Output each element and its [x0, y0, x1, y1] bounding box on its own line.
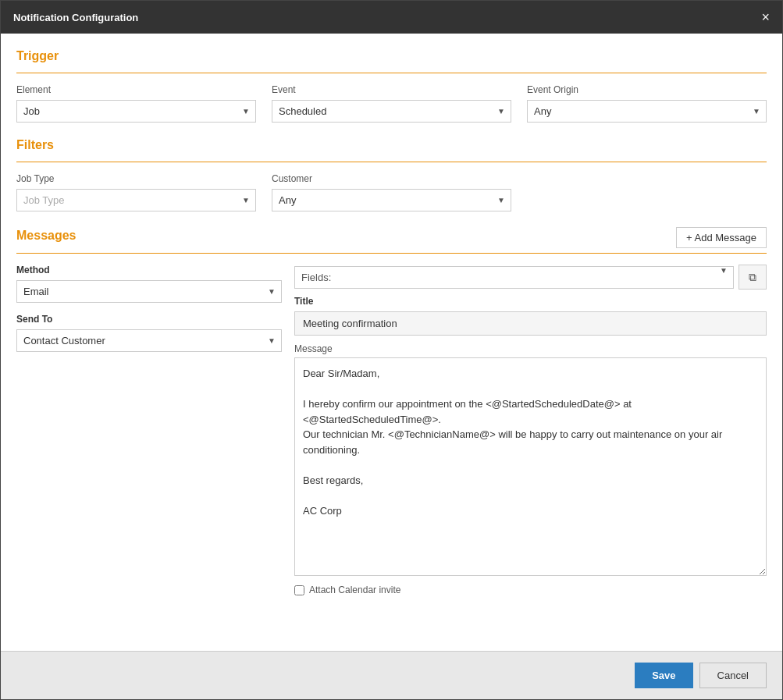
filters-divider	[16, 162, 767, 162]
fields-select[interactable]: Fields:	[294, 266, 734, 289]
fields-select-wrapper: Fields: ▼	[294, 266, 734, 289]
cancel-button[interactable]: Cancel	[699, 663, 767, 688]
copy-icon: ⧉	[749, 271, 756, 284]
element-label: Element	[16, 84, 256, 95]
method-select[interactable]: Email	[16, 280, 282, 303]
element-select-wrapper: Job ▼	[16, 100, 256, 123]
event-origin-label: Event Origin	[527, 84, 767, 95]
filters-header: Filters	[16, 138, 767, 157]
attach-calendar-row: Attach Calendar invite	[294, 585, 767, 595]
messages-left-panel: Method Email ▼ Send To Contact Customer …	[16, 265, 282, 595]
customer-field-group: Customer Any ▼	[272, 173, 511, 211]
customer-select[interactable]: Any	[272, 189, 511, 211]
event-label: Event	[272, 84, 511, 95]
send-to-select-wrapper: Contact Customer ▼	[16, 329, 282, 352]
event-origin-field-group: Event Origin Any ▼	[527, 84, 767, 123]
trigger-fields-row: Element Job ▼ Event Scheduled	[16, 84, 767, 123]
event-origin-select-wrapper: Any ▼	[527, 100, 767, 123]
modal-body: Trigger Element Job ▼ Event	[1, 34, 782, 651]
fields-row: Fields: ▼ ⧉	[294, 265, 767, 290]
customer-label: Customer	[272, 173, 511, 184]
copy-button[interactable]: ⧉	[739, 265, 767, 290]
messages-title: Messages	[16, 229, 77, 243]
modal-title: Notification Configuration	[13, 12, 138, 23]
event-select[interactable]: Scheduled	[272, 100, 511, 123]
modal-dialog: Notification Configuration × Trigger Ele…	[0, 0, 783, 700]
save-button[interactable]: Save	[635, 663, 692, 688]
add-message-button[interactable]: + Add Message	[676, 227, 767, 248]
method-panel-label: Method	[16, 265, 282, 275]
event-select-wrapper: Scheduled ▼	[272, 100, 511, 123]
job-type-label: Job Type	[16, 173, 256, 184]
message-textarea[interactable]: Dear Sir/Madam, I hereby confirm our app…	[294, 357, 767, 576]
title-input[interactable]	[294, 311, 767, 336]
attach-calendar-checkbox[interactable]	[294, 585, 304, 595]
filters-title: Filters	[16, 138, 54, 152]
filters-fields-row: Job Type Job Type ▼ Customer Any	[16, 173, 767, 211]
title-panel-label: Title	[294, 296, 767, 307]
method-select-wrapper: Email ▼	[16, 280, 282, 303]
close-button[interactable]: ×	[761, 10, 770, 24]
send-to-panel-label: Send To	[16, 314, 282, 325]
messages-content: Method Email ▼ Send To Contact Customer …	[16, 265, 767, 595]
trigger-divider	[16, 73, 767, 73]
messages-header: Messages + Add Message	[16, 227, 767, 248]
messages-section: Messages + Add Message Method Email ▼	[16, 227, 767, 595]
event-origin-select[interactable]: Any	[527, 100, 767, 123]
event-field-group: Event Scheduled ▼	[272, 84, 511, 123]
job-type-select[interactable]: Job Type	[16, 189, 256, 211]
send-to-select[interactable]: Contact Customer	[16, 329, 282, 352]
trigger-title: Trigger	[16, 49, 59, 63]
modal-header: Notification Configuration ×	[1, 1, 782, 34]
messages-divider	[16, 253, 767, 254]
customer-select-wrapper: Any ▼	[272, 189, 511, 211]
element-select[interactable]: Job	[16, 100, 256, 123]
filters-section: Filters Job Type Job Type ▼ Customer	[16, 138, 767, 211]
job-type-field-group: Job Type Job Type ▼	[16, 173, 256, 211]
element-field-group: Element Job ▼	[16, 84, 256, 123]
modal-footer: Save Cancel	[1, 651, 782, 699]
attach-calendar-label: Attach Calendar invite	[309, 585, 400, 595]
trigger-section: Trigger Element Job ▼ Event	[16, 49, 767, 123]
messages-right-panel: Fields: ▼ ⧉ Title Message Dear Sir/Madam…	[294, 265, 767, 595]
trigger-header: Trigger	[16, 49, 767, 68]
message-label: Message	[294, 343, 767, 354]
filter-spacer	[527, 173, 767, 211]
job-type-select-wrapper: Job Type ▼	[16, 189, 256, 211]
